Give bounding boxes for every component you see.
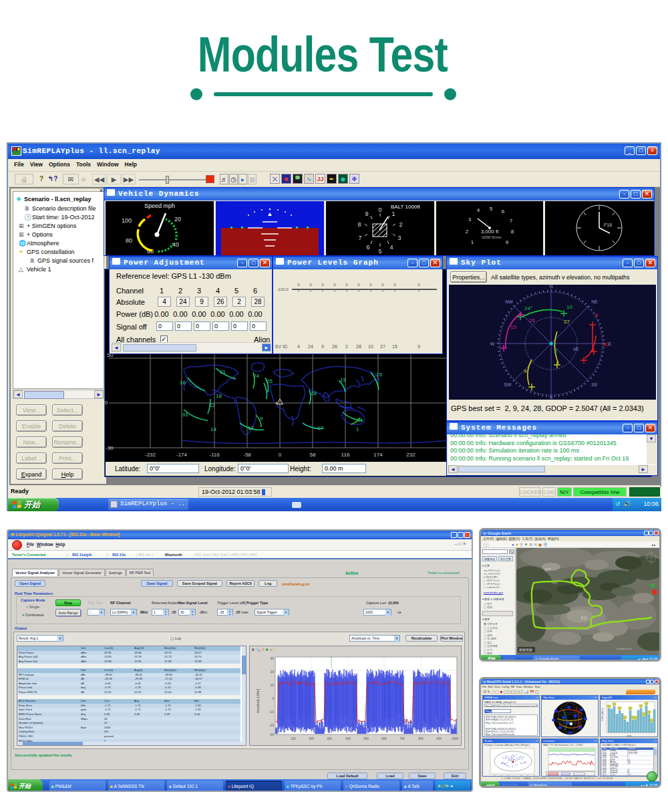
svg-text:24°: 24° (524, 305, 532, 311)
svg-text:NW: NW (505, 299, 513, 304)
svg-text:0: 0 (514, 775, 515, 777)
svg-text:SV ID: SV ID (275, 344, 287, 349)
svg-text:30: 30 (270, 656, 274, 660)
svg-text:SE: SE (591, 382, 598, 387)
svg-text:01: 01 (182, 412, 188, 418)
svg-text:W: W (490, 342, 495, 346)
svg-text:0: 0 (369, 283, 372, 287)
svg-text:-232: -232 (145, 452, 156, 458)
svg-text:3,000 ft: 3,000 ft (481, 229, 499, 235)
svg-text:400: 400 (345, 737, 351, 740)
svg-text:-174: -174 (176, 452, 188, 458)
svg-text:C/N0 [dBHz]: C/N0 [dBHz] (601, 708, 604, 721)
svg-text:6: 6 (366, 244, 369, 251)
svg-text:0: 0 (357, 283, 360, 287)
svg-text:9: 9 (524, 368, 527, 374)
svg-text:3: 3 (397, 235, 401, 241)
svg-text:174: 174 (373, 452, 383, 458)
svg-text:6: 6 (595, 312, 599, 318)
svg-text:24: 24 (308, 344, 313, 349)
svg-text:40: 40 (526, 775, 529, 777)
svg-text:0: 0 (321, 283, 324, 287)
svg-text:28: 28 (356, 344, 361, 349)
svg-text:15: 15 (392, 344, 397, 349)
svg-text:10: 10 (368, 344, 373, 349)
svg-text:8: 8 (511, 229, 514, 235)
svg-text:27: 27 (380, 344, 385, 349)
svg-text:0: 0 (279, 452, 282, 458)
svg-text:4: 4 (477, 207, 480, 213)
svg-text:15: 15 (510, 324, 516, 330)
svg-text:N: N (549, 285, 552, 289)
svg-text:232: 232 (406, 452, 415, 458)
svg-text:0: 0 (105, 400, 108, 406)
svg-text:昌平: 昌平 (544, 567, 551, 572)
svg-text:Amplitude [dBm]: Amplitude [dBm] (256, 688, 260, 713)
svg-text:-10: -10 (269, 710, 274, 714)
svg-text:800: 800 (418, 737, 424, 740)
svg-text:1000 ft/min: 1000 ft/min (482, 235, 502, 239)
svg-text:SW: SW (504, 382, 512, 387)
svg-text:28: 28 (311, 390, 317, 396)
svg-text:7: 7 (358, 235, 361, 241)
svg-text:25: 25 (267, 378, 273, 384)
svg-text:-116: -116 (209, 452, 220, 458)
svg-text:-40: -40 (500, 775, 502, 777)
svg-text:1: 1 (471, 239, 474, 245)
svg-text:2: 2 (399, 221, 402, 228)
svg-text:2: 2 (554, 348, 558, 354)
svg-text:E: E (609, 342, 612, 346)
svg-text:0: 0 (418, 283, 420, 287)
svg-text:5: 5 (378, 248, 381, 255)
svg-text:1: 1 (356, 426, 359, 432)
svg-text:5: 5 (490, 206, 493, 212)
svg-text:-58: -58 (243, 452, 251, 458)
svg-text:9: 9 (260, 416, 263, 422)
svg-text:W: W (544, 717, 547, 720)
svg-text:45: 45 (573, 347, 578, 352)
svg-text:2: 2 (466, 229, 469, 235)
svg-text:19: 19 (340, 377, 346, 383)
svg-text:4: 4 (297, 344, 300, 349)
svg-text:11: 11 (357, 417, 363, 423)
svg-text:鼠标坐标: 鼠标坐标 (519, 648, 532, 652)
svg-text:7: 7 (510, 218, 513, 224)
svg-text:27: 27 (564, 319, 570, 325)
svg-text:0: 0 (378, 207, 381, 213)
svg-text:22: 22 (209, 402, 215, 408)
svg-text:BALT 1000ft: BALT 1000ft (391, 204, 421, 210)
svg-text:0: 0 (393, 283, 396, 287)
svg-text:9: 9 (365, 211, 368, 217)
svg-text:12: 12 (248, 425, 254, 431)
svg-text:18: 18 (216, 393, 222, 399)
svg-text:20: 20 (174, 216, 181, 223)
svg-text:Speed mph: Speed mph (144, 202, 175, 209)
svg-text:30: 30 (603, 342, 609, 348)
svg-text:4: 4 (389, 244, 393, 251)
svg-text:900: 900 (436, 737, 442, 740)
svg-text:3: 3 (468, 217, 472, 223)
svg-text:0: 0 (309, 283, 312, 287)
svg-text:700: 700 (399, 737, 405, 740)
svg-text:0: 0 (345, 283, 348, 287)
svg-text:16: 16 (180, 380, 186, 386)
svg-text:S: S (568, 734, 570, 737)
svg-text:E: E (593, 717, 595, 720)
svg-text:200: 200 (309, 737, 314, 740)
svg-text:100: 100 (122, 217, 132, 224)
svg-text:-20: -20 (269, 723, 274, 727)
svg-text:0: 0 (272, 696, 274, 700)
svg-text:6: 6 (502, 209, 505, 215)
svg-text:20: 20 (270, 670, 274, 674)
svg-text:F16: F16 (604, 223, 612, 227)
svg-text:600: 600 (381, 737, 387, 740)
svg-text:PRN: PRN (627, 735, 632, 737)
svg-text:0: 0 (381, 283, 384, 287)
svg-text:80: 80 (126, 237, 132, 244)
svg-text:NE: NE (591, 299, 598, 304)
svg-text:100: 100 (291, 737, 296, 740)
svg-text:24: 24 (253, 373, 259, 379)
svg-text:2: 2 (345, 344, 348, 349)
svg-text:500: 500 (363, 737, 369, 740)
svg-text:9: 9 (321, 344, 324, 349)
